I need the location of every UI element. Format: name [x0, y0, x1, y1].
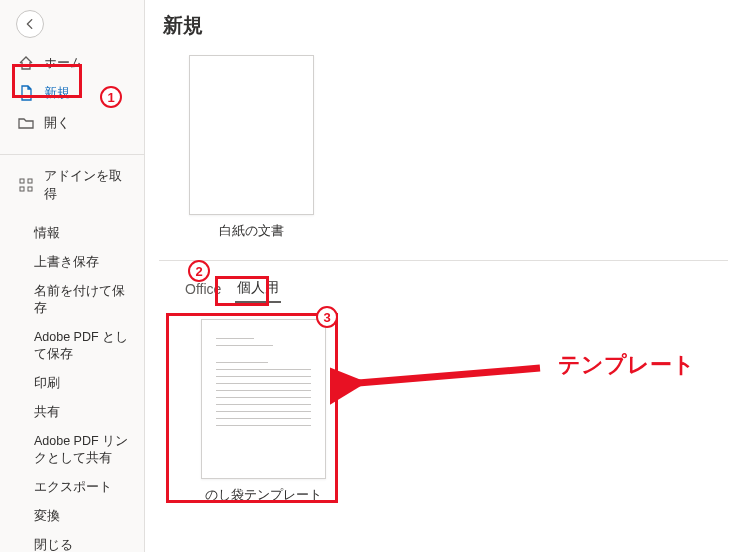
- arrow-left-icon: [23, 17, 37, 31]
- sidebar-item-save-as[interactable]: 名前を付けて保存: [0, 277, 144, 323]
- sidebar-item-info[interactable]: 情報: [0, 219, 144, 248]
- sidebar-item-transform[interactable]: 変換: [0, 502, 144, 531]
- apps-icon: [18, 177, 34, 193]
- sidebar-item-home[interactable]: ホーム: [0, 48, 144, 78]
- sidebar-item-new[interactable]: 新規: [0, 78, 144, 108]
- template-thumbnail-blank: [189, 55, 314, 215]
- sidebar-item-label: 新規: [44, 84, 70, 102]
- sidebar-item-save[interactable]: 上書き保存: [0, 248, 144, 277]
- svg-rect-3: [28, 187, 32, 191]
- sidebar-item-close[interactable]: 閉じる: [0, 531, 144, 552]
- sidebar-item-label: 開く: [44, 114, 70, 132]
- svg-rect-0: [20, 179, 24, 183]
- tab-office[interactable]: Office: [183, 277, 223, 301]
- sidebar-item-open[interactable]: 開く: [0, 108, 144, 138]
- template-tile-personal[interactable]: のし袋テンプレート: [189, 319, 338, 504]
- template-thumbnail-personal: [201, 319, 326, 479]
- document-icon: [18, 85, 34, 101]
- template-caption: 白紙の文書: [177, 223, 326, 240]
- template-tile-blank[interactable]: 白紙の文書: [177, 55, 326, 240]
- template-source-tabs: Office 個人用: [159, 275, 728, 303]
- svg-rect-2: [20, 187, 24, 191]
- main-panel: 新規 白紙の文書 Office 個人用 のし袋テンプレート: [145, 0, 740, 552]
- tab-personal[interactable]: 個人用: [235, 275, 281, 303]
- back-button[interactable]: [16, 10, 44, 38]
- sidebar-item-print[interactable]: 印刷: [0, 369, 144, 398]
- home-icon: [18, 55, 34, 71]
- sidebar-item-share-pdf-link[interactable]: Adobe PDF リンクとして共有: [0, 427, 144, 473]
- section-divider: [159, 260, 728, 261]
- svg-rect-1: [28, 179, 32, 183]
- page-title: 新規: [163, 12, 728, 39]
- backstage-sidebar: ホーム 新規 開く アドインを取得 情報 上書き保存 名前を付けて保存 Adob…: [0, 0, 145, 552]
- sidebar-item-export[interactable]: エクスポート: [0, 473, 144, 502]
- sidebar-item-get-addins[interactable]: アドインを取得: [0, 161, 144, 209]
- sidebar-item-label: アドインを取得: [44, 167, 134, 203]
- template-caption: のし袋テンプレート: [189, 487, 338, 504]
- folder-icon: [18, 115, 34, 131]
- sidebar-item-label: ホーム: [44, 54, 83, 72]
- sidebar-item-save-as-pdf[interactable]: Adobe PDF として保存: [0, 323, 144, 369]
- sidebar-item-share[interactable]: 共有: [0, 398, 144, 427]
